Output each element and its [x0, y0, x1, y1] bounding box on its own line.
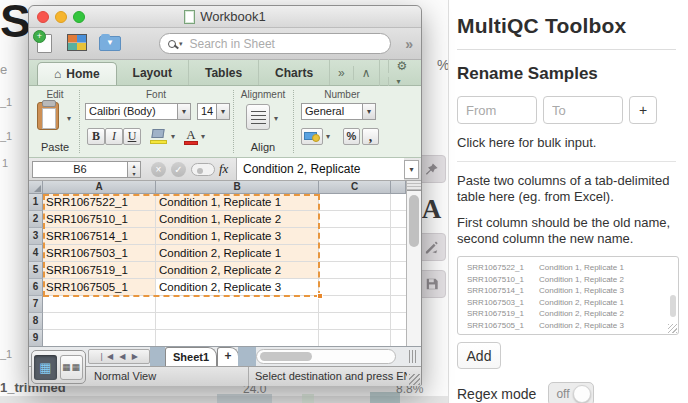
cell-d7[interactable] [391, 296, 406, 313]
cell-b4[interactable]: Condition 2, Replicate 1 [156, 245, 319, 262]
new-workbook-icon[interactable] [37, 34, 52, 53]
tab-tables[interactable]: Tables [189, 60, 259, 85]
window-titlebar[interactable]: Workbook1 [29, 6, 421, 28]
paste-dropdown-icon[interactable]: ▾ [67, 114, 71, 123]
align-dropdown-icon[interactable]: ▾ [274, 114, 278, 123]
font-size-select[interactable]: 14 [197, 103, 217, 120]
select-all-corner[interactable] [29, 181, 43, 194]
search-field[interactable]: ▾ Search in Sheet [159, 33, 391, 54]
tab-layout[interactable]: Layout [117, 60, 189, 85]
column-header-d[interactable] [391, 181, 406, 194]
toolbar-overflow-chevron[interactable]: » [405, 36, 413, 52]
fill-handle[interactable] [317, 293, 323, 299]
tab-charts[interactable]: Charts [259, 60, 330, 85]
cell-d4[interactable] [391, 245, 406, 262]
cell-a3[interactable]: SRR1067514_1 [43, 228, 156, 245]
cell-c8[interactable] [319, 313, 391, 330]
cell-a5[interactable]: SRR1067519_1 [43, 262, 156, 279]
percent-style-button[interactable]: % [343, 128, 360, 145]
cell-d6[interactable] [391, 279, 406, 296]
currency-button[interactable] [301, 128, 323, 145]
cell-c4[interactable] [319, 245, 391, 262]
gallery-icon[interactable] [67, 34, 87, 51]
cell-b2[interactable]: Condition 1, Replicate 2 [156, 211, 319, 228]
row-header[interactable]: 6 [29, 279, 43, 296]
confirm-entry-icon[interactable]: ✓ [171, 162, 186, 177]
cell-c3[interactable] [319, 228, 391, 245]
cell-b6-active[interactable]: Condition 2, Replicate 3 [156, 279, 319, 296]
cell-c2[interactable] [319, 211, 391, 228]
vertical-scrollbar[interactable] [406, 181, 421, 346]
font-color-button[interactable]: A [183, 127, 199, 145]
bulk-input-textarea[interactable]: SRR1067522_1Condition 1, Replicate 1 SRR… [457, 256, 679, 335]
cell-d8[interactable] [391, 313, 406, 330]
row-header[interactable]: 7 [29, 296, 43, 313]
column-header-c[interactable]: C [319, 181, 391, 194]
normal-view-button[interactable]: ▦ [34, 355, 57, 380]
textarea-scrollbar[interactable] [670, 295, 676, 317]
cell-c9[interactable] [319, 330, 391, 346]
formula-bar-dropdown-icon[interactable]: ▾ [404, 160, 419, 179]
cell-a1[interactable]: SRR1067522_1 [43, 194, 156, 211]
cell-b1[interactable]: Condition 1, Replicate 1 [156, 194, 319, 211]
cell-d3[interactable] [391, 228, 406, 245]
sheet-nav-arrows[interactable]: ❘◀ ◀ ▶ ▶❘ [88, 349, 150, 364]
regex-mode-toggle[interactable]: off [548, 382, 594, 403]
row-header[interactable]: 2 [29, 211, 43, 228]
row-header[interactable]: 5 [29, 262, 43, 279]
row-header[interactable]: 3 [29, 228, 43, 245]
fill-color-dropdown-icon[interactable]: ▾ [171, 132, 175, 141]
horizontal-scroll-thumb[interactable] [260, 352, 312, 361]
cell-b7[interactable] [156, 296, 319, 313]
cell-a7[interactable] [43, 296, 156, 313]
cell-a6[interactable]: SRR1067505_1 [43, 279, 156, 296]
number-format-select[interactable]: General [301, 103, 363, 120]
italic-button[interactable]: I [105, 128, 123, 145]
cell-b8[interactable] [156, 313, 319, 330]
row-header[interactable]: 1 [29, 194, 43, 211]
font-name-select[interactable]: Calibri (Body) [85, 103, 178, 120]
row-header[interactable]: 8 [29, 313, 43, 330]
comma-style-button[interactable]: , [362, 128, 379, 145]
rename-to-input[interactable] [543, 96, 623, 124]
font-color-dropdown-icon[interactable]: ▾ [201, 132, 205, 141]
currency-dropdown-icon[interactable]: ▾ [326, 132, 330, 141]
cell-d2[interactable] [391, 211, 406, 228]
cell-c1[interactable] [319, 194, 391, 211]
row-header[interactable]: 4 [29, 245, 43, 262]
sheet-tab-sheet1[interactable]: Sheet1 [165, 347, 217, 366]
font-size-dropdown-icon[interactable]: ▾ [217, 103, 230, 120]
row-header[interactable]: 9 [29, 330, 43, 346]
page-layout-view-button[interactable]: ▦▦ [60, 355, 83, 380]
tab-overflow-chevron[interactable]: » [330, 66, 353, 80]
window-resize-grip[interactable] [409, 374, 420, 385]
bulk-add-button[interactable]: Add [457, 342, 501, 369]
name-box-stepper[interactable]: ▴▾ [128, 161, 141, 178]
add-rename-pair-button[interactable]: + [629, 96, 657, 124]
cell-a8[interactable] [43, 313, 156, 330]
tab-bar-resize-grip[interactable] [409, 350, 417, 363]
align-button[interactable] [246, 104, 270, 130]
cell-b9[interactable] [156, 330, 319, 346]
underline-button[interactable]: U [123, 128, 141, 145]
vertical-scroll-thumb[interactable] [409, 195, 419, 247]
tab-home[interactable]: ⌂ Home [37, 62, 117, 85]
formula-input[interactable]: Condition 2, Replicate [236, 158, 404, 180]
ribbon-collapse-icon[interactable]: ∧ [353, 66, 379, 80]
paste-button[interactable] [37, 102, 63, 134]
cancel-entry-icon[interactable]: × [151, 162, 166, 177]
rename-from-input[interactable] [457, 96, 537, 124]
font-name-dropdown-icon[interactable]: ▾ [178, 103, 191, 120]
cell-a2[interactable]: SRR1067510_1 [43, 211, 156, 228]
horizontal-scrollbar[interactable] [256, 349, 396, 364]
textarea-resize-grip[interactable] [668, 324, 677, 333]
bold-button[interactable]: B [87, 128, 105, 145]
column-header-b[interactable]: B [156, 181, 319, 194]
gear-icon[interactable]: ⚙ ▾ [379, 59, 424, 87]
cell-c5[interactable] [319, 262, 391, 279]
search-scope-dropdown-icon[interactable]: ▾ [179, 40, 183, 48]
cell-d9[interactable] [391, 330, 406, 346]
cell-d1[interactable] [391, 194, 406, 211]
fill-color-button[interactable] [149, 128, 169, 145]
cell-a9[interactable] [43, 330, 156, 346]
